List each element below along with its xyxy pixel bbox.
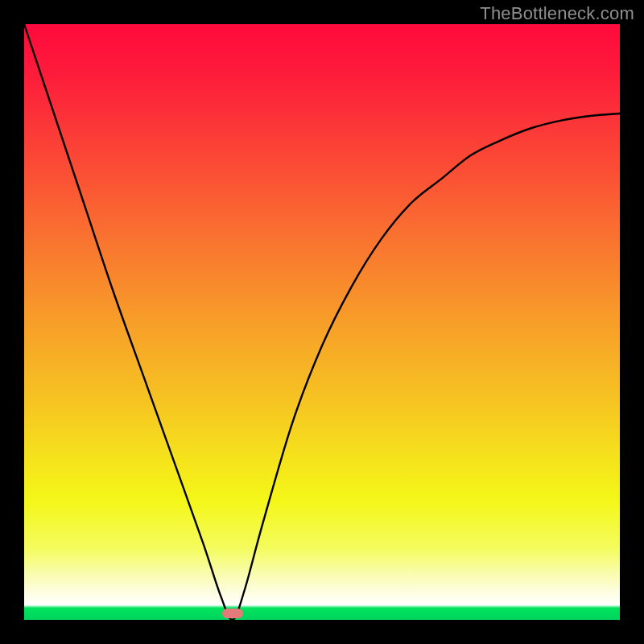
bottleneck-curve (24, 24, 620, 620)
chart-plot-area (24, 24, 620, 620)
watermark-label: TheBottleneck.com (480, 3, 634, 24)
optimal-point-marker (222, 609, 243, 618)
